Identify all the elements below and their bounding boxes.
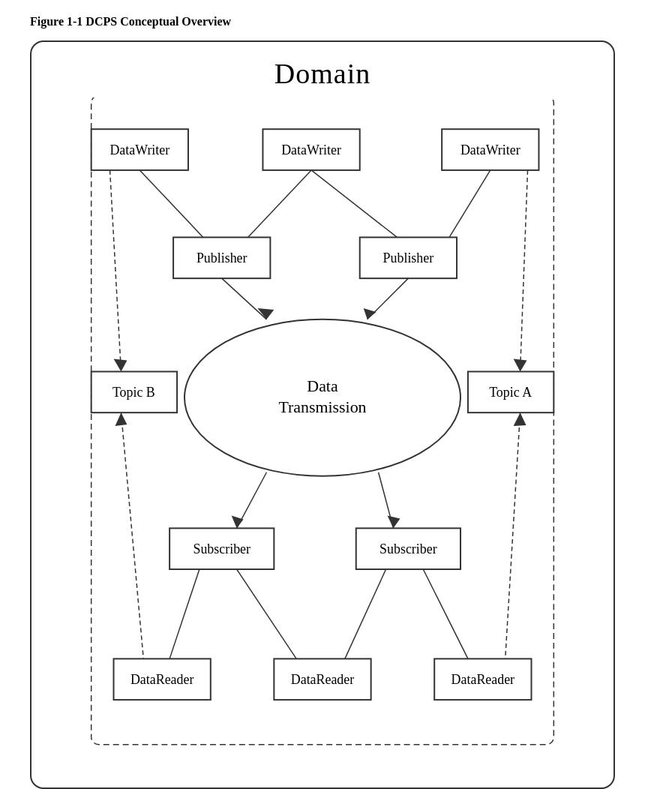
data-transmission-label: Data [307,377,338,395]
diagram-container: Domain DataWriter DataWriter DataWriter … [30,40,615,789]
publisher1-label: Publisher [196,250,248,266]
svg-line-17 [449,170,490,238]
datawriter3-label: DataWriter [460,142,520,158]
svg-marker-31 [114,359,128,372]
svg-line-28 [345,569,386,658]
svg-marker-23 [232,515,244,528]
svg-marker-35 [116,412,128,426]
svg-line-14 [140,170,203,238]
subscriber1-label: Subscriber [193,542,250,556]
topic-a-label: Topic A [489,385,532,400]
topic-b-label: Topic B [112,385,155,400]
svg-line-32 [520,170,528,372]
svg-line-26 [170,569,200,658]
svg-line-34 [121,412,143,658]
svg-marker-25 [388,515,400,528]
figure-title: Figure 1-1 DCPS Conceptual Overview [30,15,642,28]
datawriter1-label: DataWriter [110,142,170,158]
svg-line-18 [222,278,267,320]
subscriber2-label: Subscriber [380,542,437,556]
domain-label: Domain [46,57,598,90]
svg-marker-33 [514,359,527,372]
svg-line-27 [237,569,297,658]
svg-line-16 [311,170,397,238]
datawriter2-label: DataWriter [281,142,341,158]
svg-line-15 [248,170,312,238]
svg-line-29 [423,569,468,658]
publisher2-label: Publisher [383,250,434,266]
svg-line-36 [506,412,520,658]
svg-marker-37 [514,412,526,426]
diagram-svg: DataWriter DataWriter DataWriter Publish… [46,98,598,772]
datareader1-label: DataReader [130,672,194,687]
datareader3-label: DataReader [452,672,514,687]
svg-line-30 [110,170,122,372]
datareader2-label: DataReader [291,672,354,687]
data-transmission-label2: Transmission [278,398,366,416]
svg-marker-21 [364,308,376,320]
